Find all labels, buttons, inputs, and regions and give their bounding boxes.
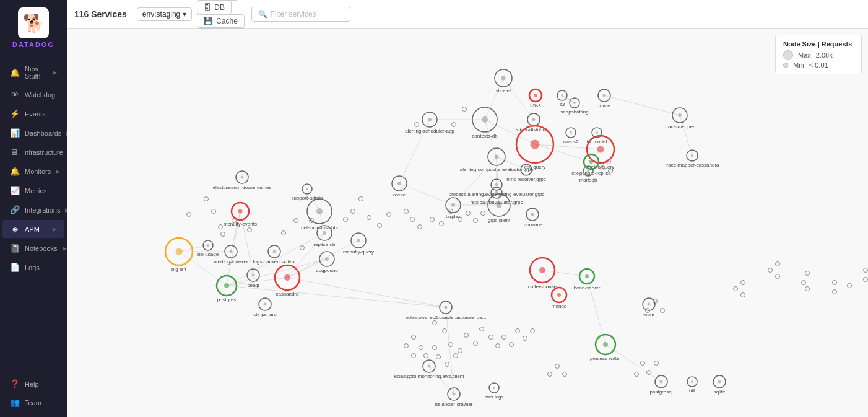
- node-alerting-indexer[interactable]: alerting-indexer: [214, 245, 248, 265]
- node-trace-mapper-cassandra[interactable]: trace-mapper-cassandra: [665, 150, 719, 168]
- svg-point-204: [539, 267, 545, 273]
- svg-point-210: [603, 342, 608, 347]
- svg-point-57: [344, 217, 348, 222]
- node-label-alerting-composite-evaluator.grpc: alerting-composite-evaluator.grpc: [460, 167, 533, 172]
- svg-point-87: [412, 335, 416, 340]
- node-royce[interactable]: royce: [598, 89, 610, 108]
- node-logs-backend-client[interactable]: logs-backend-client: [253, 245, 297, 265]
- node-elastcsearch-downmoches[interactable]: elastcsearch-downmoches: [213, 171, 272, 190]
- node-aws.s2[interactable]: aws.s2: [563, 128, 579, 144]
- env-selector[interactable]: env:staging ▾: [137, 7, 192, 21]
- node-grpc.client[interactable]: grpc.client: [488, 194, 511, 223]
- node-label-replica.dbevaluator.grpc: replica.dbevaluator.grpc: [471, 200, 523, 205]
- node-sqlite[interactable]: sqlite: [713, 375, 726, 395]
- service-map[interactable]: sliceletalerting-scheduler-appcontexts-d…: [67, 29, 868, 417]
- node-mcnulty-query[interactable]: mcnulty-query: [343, 233, 374, 255]
- node-aws.logs[interactable]: aws.logs: [484, 383, 503, 400]
- svg-point-81: [496, 344, 500, 348]
- env-label: env:staging: [142, 10, 180, 19]
- node-mouzone[interactable]: mouzone: [523, 208, 543, 227]
- node-s3[interactable]: s3: [557, 90, 567, 107]
- svg-point-109: [768, 268, 773, 273]
- node-label-eclair.gctb.monitoring.aws.client: eclair.gctb.monitoring.aws.client: [394, 374, 465, 379]
- sidebar-item-logs[interactable]: 📄 Logs: [2, 258, 64, 276]
- node-mongo[interactable]: mongo: [552, 288, 567, 309]
- node-h5s3[interactable]: h5s3: [529, 89, 542, 108]
- legend-metric-label: Requests: [822, 40, 853, 48]
- node-label-grpc.client: grpc.client: [488, 217, 511, 223]
- svg-point-136: [534, 94, 537, 97]
- filter-btn-db[interactable]: 🗄 DB: [197, 1, 232, 14]
- node-legend: Node Size | Requests Max 2.08k Min < 0.0…: [775, 35, 862, 74]
- node-process-writer[interactable]: process-writer: [590, 335, 622, 361]
- node-label-alerting-indexer: alerting-indexer: [214, 259, 248, 265]
- node-delancle-insights[interactable]: delancle-insights: [301, 199, 338, 230]
- sidebar-item-events[interactable]: ⚡ Events: [2, 105, 64, 123]
- sidebar-item-metrics[interactable]: 📈 Metrics: [2, 182, 64, 200]
- node-label-contexts-db: contexts-db: [472, 133, 498, 139]
- sidebar-item-help[interactable]: ❓ Help: [2, 375, 64, 393]
- svg-point-106: [734, 287, 738, 291]
- filter-btn-cache[interactable]: 💾 Cache: [197, 14, 245, 28]
- svg-point-70: [466, 211, 471, 216]
- node-label-marloqb: marloqb: [579, 177, 597, 183]
- node-contexts-db[interactable]: contexts-db: [472, 107, 498, 139]
- node-postgres[interactable]: postgres: [217, 276, 237, 302]
- node-cassandra[interactable]: cassandra: [275, 265, 300, 297]
- sidebar-item-new-stuff[interactable]: 🔔 New Stuff! ▶: [2, 61, 64, 84]
- cache-filter-icon: 💾: [204, 17, 213, 25]
- node-ctx-pshard[interactable]: ctx-pshard: [253, 298, 276, 317]
- sidebar-item-monitors[interactable]: 🔔 Monitors ▶: [2, 162, 64, 180]
- node-slicelet[interactable]: slicelet: [495, 69, 512, 94]
- svg-point-64: [410, 217, 415, 222]
- sidebar-item-dashboards[interactable]: 📊 Dashboards ▶: [2, 124, 64, 142]
- svg-point-174: [397, 182, 401, 185]
- node-bill-usage[interactable]: bill-usage: [197, 240, 219, 257]
- svg-point-46: [282, 231, 286, 235]
- sidebar-item-apm[interactable]: ◈ APM ▶: [2, 220, 64, 238]
- sidebar-item-infrastructure[interactable]: 🖥 Infrastructure: [2, 143, 64, 161]
- sidebar-label-apm: APM: [25, 226, 40, 233]
- metrics-icon: 📈: [10, 186, 20, 195]
- node-label-elastcsearch-downmoches: elastcsearch-downmoches: [213, 185, 272, 190]
- node-label-snapshotting: snapshotting: [560, 109, 588, 115]
- sidebar-item-integrations[interactable]: 🔗 Integrations ▶: [2, 201, 64, 219]
- node-eclair.gctb.monitoring.aws.client[interactable]: eclair.gctb.monitoring.aws.client: [394, 360, 465, 379]
- node-support-admin[interactable]: support-admin: [291, 184, 323, 201]
- sidebar-item-team[interactable]: 👥 Team: [2, 393, 64, 411]
- svg-point-62: [387, 213, 391, 217]
- node-bill[interactable]: bill: [687, 377, 697, 393]
- svg-point-88: [404, 344, 409, 348]
- sidebar-item-watchdog[interactable]: 👁 Watchdog: [2, 86, 64, 103]
- node-tagdex[interactable]: tagdex: [446, 198, 461, 219]
- svg-point-52: [204, 197, 209, 201]
- svg-point-107: [741, 281, 745, 285]
- svg-point-58: [351, 209, 355, 214]
- sidebar-label-integrations: Integrations: [25, 206, 60, 214]
- svg-point-99: [654, 361, 659, 366]
- svg-line-32: [680, 115, 692, 156]
- node-label-royce: royce: [598, 103, 610, 108]
- node-big-left[interactable]: big-left: [165, 238, 193, 272]
- node-label-dogpound: dogpound: [316, 268, 338, 273]
- svg-point-188: [252, 274, 255, 277]
- sidebar-item-notebooks[interactable]: 📓 Notebooks ▶: [2, 239, 64, 257]
- node-eclair.aws_ec2.crawler.autouse_pe...[interactable]: eclair.aws_ec2.crawler.autouse_pe...: [406, 301, 487, 320]
- team-icon: 👥: [10, 398, 20, 407]
- svg-point-43: [415, 123, 419, 127]
- node-trace-mapper[interactable]: trace-mapper: [665, 108, 695, 129]
- service-search[interactable]: 🔍 Filter services: [251, 7, 350, 22]
- node-postgresql[interactable]: postgresql: [650, 375, 673, 395]
- node-mcnulty-events[interactable]: mcnulty-events: [224, 203, 257, 227]
- node-alerting-scheduler-app[interactable]: alerting-scheduler-app: [405, 112, 454, 134]
- node-coffee-house[interactable]: coffee-house: [528, 258, 557, 289]
- svg-point-222: [428, 365, 431, 368]
- sidebar-label-metrics: Metrics: [25, 187, 46, 195]
- events-icon: ⚡: [10, 109, 20, 118]
- svg-point-130: [428, 118, 432, 121]
- node-delancier-crawler[interactable]: delancier-crawler: [435, 388, 473, 407]
- node-label-h5s3: h5s3: [530, 103, 541, 108]
- node-bean-server[interactable]: bean-server: [574, 269, 601, 291]
- page-title: 116 Services: [74, 9, 127, 19]
- node-reese[interactable]: reese: [392, 176, 407, 198]
